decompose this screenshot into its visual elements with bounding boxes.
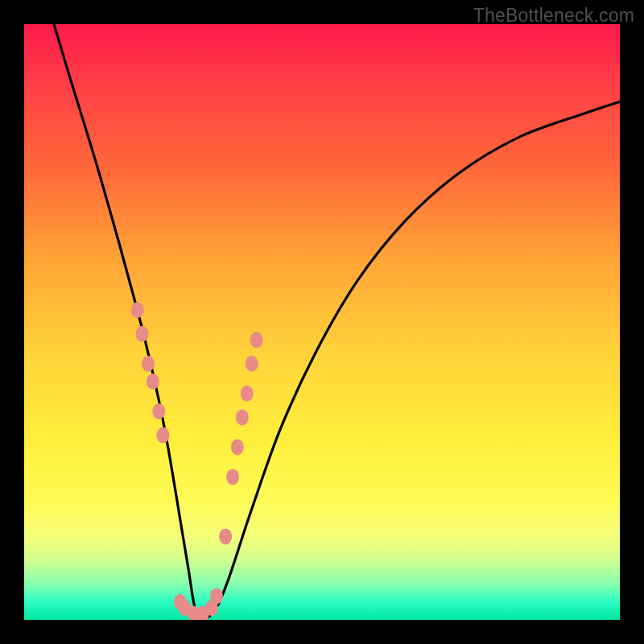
data-marker xyxy=(152,403,165,419)
data-marker xyxy=(231,439,244,455)
curve-svg xyxy=(24,24,620,620)
data-marker xyxy=(210,588,223,604)
data-markers xyxy=(131,302,263,620)
data-marker xyxy=(156,427,169,444)
data-marker xyxy=(147,374,159,390)
data-marker xyxy=(142,356,155,372)
data-marker xyxy=(226,469,239,485)
plot-area xyxy=(24,24,620,620)
data-marker xyxy=(136,326,149,342)
data-marker xyxy=(236,409,249,425)
chart-frame: TheBottleneck.com xyxy=(0,0,644,644)
data-marker xyxy=(250,332,263,348)
data-marker xyxy=(131,302,144,318)
data-marker xyxy=(219,528,232,544)
bottleneck-curve xyxy=(54,24,620,619)
data-marker xyxy=(241,386,254,402)
watermark-text: TheBottleneck.com xyxy=(473,5,634,27)
data-marker xyxy=(246,356,258,372)
